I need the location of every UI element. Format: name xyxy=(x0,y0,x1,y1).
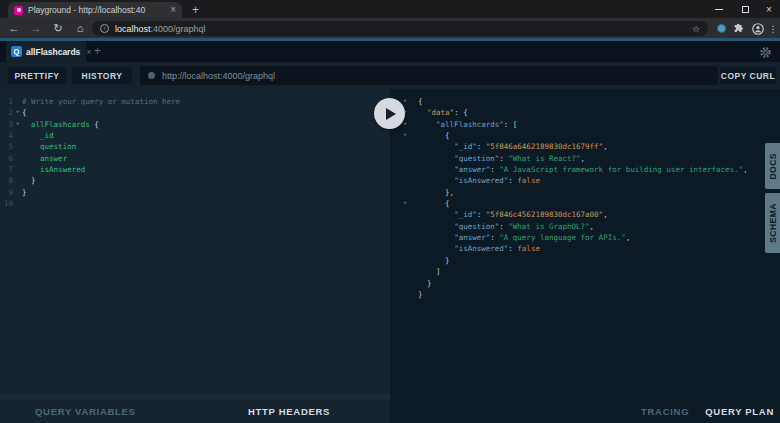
line-number: 5 xyxy=(0,141,13,152)
forward-icon[interactable]: → xyxy=(26,18,46,38)
code-text: } xyxy=(22,187,390,198)
browser-menu-icon[interactable]: ⋮ xyxy=(768,21,778,36)
maximize-icon xyxy=(742,6,749,13)
fold-gutter xyxy=(390,243,418,254)
line-number: 8 xyxy=(0,175,13,186)
history-button[interactable]: HISTORY xyxy=(72,67,132,84)
prettify-button[interactable]: PRETTIFY xyxy=(8,67,66,84)
copy-curl-button[interactable]: COPY CURL xyxy=(720,67,776,84)
play-icon xyxy=(386,108,396,120)
code-line: ] xyxy=(390,266,780,277)
code-text: ] xyxy=(418,266,780,277)
fold-toggle-icon[interactable]: ▾ xyxy=(390,130,418,141)
code-text: } xyxy=(418,255,780,266)
fold-gutter xyxy=(13,164,22,175)
execute-query-button[interactable] xyxy=(374,98,405,129)
code-text: } xyxy=(418,289,780,300)
browser-new-tab-button[interactable]: + xyxy=(192,3,199,17)
fold-gutter xyxy=(13,175,22,186)
code-text: isAnswered xyxy=(22,164,390,175)
schema-reload-icon[interactable] xyxy=(148,72,155,79)
profile-avatar-icon[interactable] xyxy=(750,21,765,36)
fold-gutter xyxy=(13,130,22,141)
code-text: answer xyxy=(22,153,390,164)
settings-gear-icon[interactable] xyxy=(759,45,772,63)
code-text: "data": { xyxy=(418,107,780,118)
browser-tab-close-icon[interactable]: × xyxy=(170,5,176,15)
endpoint-url: http://localhost:4000/graphql xyxy=(162,71,275,81)
fold-gutter xyxy=(390,221,418,232)
session-tab-bar: Q allFlashcards × + xyxy=(0,41,780,62)
code-line: 5 question xyxy=(0,141,390,152)
home-icon[interactable]: ⌂ xyxy=(70,18,90,38)
playground-toolbar: PRETTIFY HISTORY http://localhost:4000/g… xyxy=(0,62,780,89)
query-editor-pane[interactable]: 1# Write your query or mutation here2▾{3… xyxy=(0,89,390,394)
line-number: 10 xyxy=(0,198,13,209)
reload-icon[interactable]: ↻ xyxy=(48,18,68,38)
fold-gutter xyxy=(13,198,22,209)
fold-gutter xyxy=(390,289,418,300)
code-line: "_id": "5f846c4562189830dc167a00", xyxy=(390,209,780,220)
code-line: "_id": "5f846a6462189830dc1679ff", xyxy=(390,141,780,152)
browser-titlebar: Playground - http://localhost:40 × + × xyxy=(0,0,780,18)
code-text: # Write your query or mutation here xyxy=(22,96,390,107)
fold-gutter xyxy=(13,187,22,198)
code-text: "answer": "A query language for APIs.", xyxy=(418,232,780,243)
bottom-left-bar: QUERY VARIABLES HTTP HEADERS xyxy=(0,400,390,423)
bookmark-star-icon[interactable]: ☆ xyxy=(692,24,700,34)
session-tab-close-icon[interactable]: × xyxy=(86,47,91,57)
query-plan-tab[interactable]: QUERY PLAN xyxy=(705,406,774,417)
schema-side-tab[interactable]: SCHEMA xyxy=(765,193,780,253)
fold-gutter xyxy=(13,141,22,152)
site-info-icon[interactable]: i xyxy=(100,24,109,33)
code-line: ▾ "allFlashcards": [ xyxy=(390,119,780,130)
fold-toggle-icon[interactable]: ▾ xyxy=(13,119,22,130)
code-line: } xyxy=(390,278,780,289)
fold-gutter xyxy=(390,278,418,289)
fold-gutter xyxy=(390,266,418,277)
window-maximize-button[interactable] xyxy=(732,0,758,18)
session-tab-allflashcards[interactable]: Q allFlashcards × xyxy=(6,41,86,62)
code-text: }, xyxy=(418,187,780,198)
window-close-button[interactable]: × xyxy=(758,0,780,18)
url-path: :4000/graphql xyxy=(151,24,206,34)
query-editor-code[interactable]: 1# Write your query or mutation here2▾{3… xyxy=(0,96,390,209)
line-number: 4 xyxy=(0,130,13,141)
fold-gutter xyxy=(390,141,418,152)
code-line: 2▾{ xyxy=(0,107,390,118)
window-minimize-button[interactable] xyxy=(706,0,732,18)
fold-gutter xyxy=(390,255,418,266)
code-text: "answer": "A JavaScript framework for bu… xyxy=(418,164,780,175)
code-line: "question": "What is React?", xyxy=(390,153,780,164)
code-line: 6 answer xyxy=(0,153,390,164)
back-icon[interactable]: ← xyxy=(4,18,24,38)
fold-toggle-icon[interactable]: ▾ xyxy=(390,198,418,209)
code-text: "_id": "5f846c4562189830dc167a00", xyxy=(418,209,780,220)
http-headers-tab[interactable]: HTTP HEADERS xyxy=(248,406,330,417)
code-line: "isAnswered": false xyxy=(390,243,780,254)
response-pane: ▾{▾ "data": {▾ "allFlashcards": [▾ { "_i… xyxy=(390,89,780,400)
endpoint-input[interactable]: http://localhost:4000/graphql xyxy=(140,66,718,85)
code-line: } xyxy=(390,255,780,266)
fold-gutter xyxy=(13,153,22,164)
code-line: "isAnswered": false xyxy=(390,175,780,186)
query-variables-tab[interactable]: QUERY VARIABLES xyxy=(35,406,136,417)
docs-tab-label: DOCS xyxy=(768,153,778,180)
fold-toggle-icon[interactable]: ▾ xyxy=(13,107,22,118)
code-text: "question": "What is React?", xyxy=(418,153,780,164)
url-bar[interactable]: i localhost:4000/graphql ☆ xyxy=(92,21,708,36)
extension-icon[interactable] xyxy=(714,21,728,36)
new-session-tab-button[interactable]: + xyxy=(94,44,101,58)
code-line: "answer": "A query language for APIs.", xyxy=(390,232,780,243)
browser-tab[interactable]: Playground - http://localhost:40 × xyxy=(8,2,182,18)
extensions-puzzle-icon[interactable] xyxy=(732,21,746,36)
code-text: "allFlashcards": [ xyxy=(418,119,780,130)
fold-gutter xyxy=(13,96,22,107)
docs-side-tab[interactable]: DOCS xyxy=(765,143,780,189)
code-text xyxy=(22,198,390,209)
tracing-tab[interactable]: TRACING xyxy=(641,406,689,417)
code-text: { xyxy=(418,96,780,107)
playground-favicon-icon xyxy=(14,6,23,15)
code-line: 9} xyxy=(0,187,390,198)
fold-gutter xyxy=(390,164,418,175)
